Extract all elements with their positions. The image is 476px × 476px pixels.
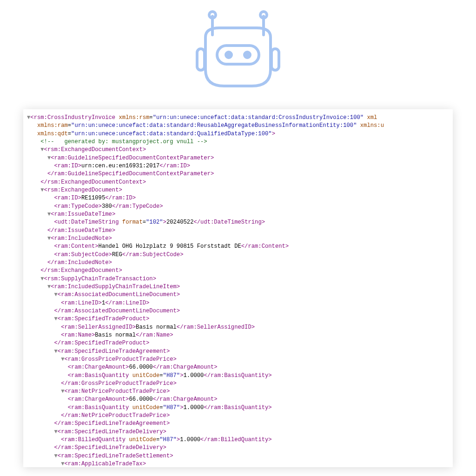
xml-line: <ram:TypeCode>380</ram:TypeCode> [27,203,449,211]
xml-line: </ram:GuidelineSpecifiedDocumentContextP… [27,170,449,178]
xml-line: </ram:SpecifiedLineTradeAgreement> [27,420,449,428]
xml-collapsible-node[interactable]: ▼<ram:NetPriceProductTradePrice> [27,388,449,396]
xml-collapsible-node[interactable]: ▼<ram:SpecifiedTradeProduct> [27,315,449,323]
xml-line: <ram:ID>RE11095</ram:ID> [27,194,449,202]
xml-collapsible-node[interactable]: ▼<rsm:SupplyChainTradeTransaction> [27,275,449,283]
xml-line: <ram:ID>urn:cen.eu:en16931:2017</ram:ID> [27,162,449,170]
svg-rect-6 [217,46,259,64]
xml-line: <ram:ChargeAmount>66.0000</ram:ChargeAmo… [27,364,449,371]
xml-line: </ram:SpecifiedLineTradeDelivery> [27,444,449,452]
xml-collapsible-node[interactable]: ▼<rsm:ExchangedDocumentContext> [27,146,449,154]
xml-collapsible-node[interactable]: ▼<ram:IncludedNote> [27,235,449,243]
xml-line: <ram:LineID>1</ram:LineID> [27,299,449,307]
xml-line: <ram:ChargeAmount>66.0000</ram:ChargeAmo… [27,396,449,403]
xml-line: </ram:SpecifiedTradeProduct> [27,339,449,347]
xml-line: xmlns:ram="urn:un:unece:uncefact:data:st… [27,122,449,130]
xml-collapsible-node[interactable]: ▼<ram:GrossPriceProductTradePrice> [27,356,449,364]
xml-line: </rsm:ExchangedDocumentContext> [27,178,449,186]
xml-line: <udt:DateTimeString format="102">2024052… [27,218,449,226]
xml-line: </ram:IssueDateTime> [27,227,449,235]
xml-line: </ram:GrossPriceProductTradePrice> [27,380,449,388]
xml-code-viewer: ▼<rsm:CrossIndustryInvoice xmlns:rsm="ur… [23,109,453,467]
xml-line: xmlns:qdt="urn:un:unece:uncefact:data:st… [27,130,449,138]
xml-line: </ram:NetPriceProductTradePrice> [27,412,449,420]
xml-collapsible-node[interactable]: ▼<ram:SpecifiedLineTradeSettlement> [27,452,449,460]
svg-rect-4 [197,49,205,70]
xml-line: <ram:BasisQuantity unitCode="H87">1.0000… [27,404,449,412]
xml-collapsible-node[interactable]: ▼<rsm:ExchangedDocument> [27,186,449,194]
xml-collapsible-node[interactable]: ▼<ram:ApplicableTradeTax> [27,460,449,467]
robot-illustration [0,0,476,100]
xml-line: </rsm:ExchangedDocument> [27,267,449,275]
xml-line: <ram:Name>Basis normal</ram:Name> [27,331,449,339]
xml-collapsible-node[interactable]: ▼<rsm:CrossIndustryInvoice xmlns:rsm="ur… [27,114,449,122]
xml-line: <ram:BasisQuantity unitCode="H87">1.0000… [27,372,449,380]
xml-line: <ram:SellerAssignedID>Basis normal</ram:… [27,324,449,331]
xml-line: </ram:AssociatedDocumentLineDocument> [27,307,449,315]
xml-line: <ram:SubjectCode>REG</ram:SubjectCode> [27,251,449,259]
xml-line: <ram:Content>Handel OHG Holzplatz 9 9081… [27,243,449,251]
xml-line: </ram:IncludedNote> [27,259,449,267]
xml-collapsible-node[interactable]: ▼<ram:IncludedSupplyChainTradeLineItem> [27,283,449,291]
xml-comment: <!-- generated by: mustangproject.org vn… [27,138,449,146]
svg-rect-5 [271,49,279,70]
robot-icon [178,9,298,95]
xml-collapsible-node[interactable]: ▼<ram:GuidelineSpecifiedDocumentContextP… [27,154,449,162]
xml-collapsible-node[interactable]: ▼<ram:SpecifiedLineTradeDelivery> [27,428,449,436]
svg-point-8 [245,52,250,58]
xml-collapsible-node[interactable]: ▼<ram:AssociatedDocumentLineDocument> [27,291,449,299]
svg-point-7 [226,52,231,58]
xml-line: <ram:BilledQuantity unitCode="H87">1.000… [27,436,449,444]
xml-collapsible-node[interactable]: ▼<ram:IssueDateTime> [27,211,449,218]
xml-collapsible-node[interactable]: ▼<ram:SpecifiedLineTradeAgreement> [27,348,449,356]
